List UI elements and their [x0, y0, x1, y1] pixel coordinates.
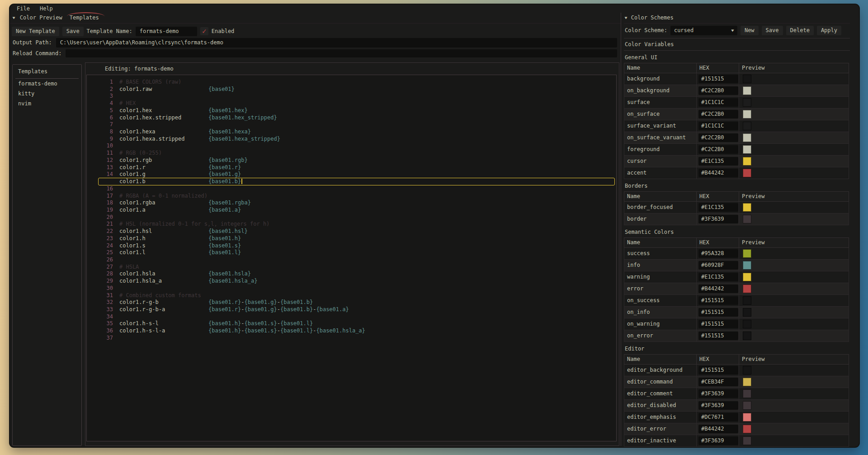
- editor-line[interactable]: 13color1.r{base01.r}: [87, 164, 616, 171]
- variable-row[interactable]: on_background#C2C2B0: [624, 85, 849, 97]
- color-swatch[interactable]: [743, 366, 751, 374]
- editor-line[interactable]: 3: [87, 93, 616, 100]
- variable-row[interactable]: background#151515: [624, 73, 849, 85]
- hex-input[interactable]: #CEB34F: [698, 378, 738, 386]
- variable-row[interactable]: error#B44242: [624, 283, 849, 295]
- variable-row[interactable]: on_surface_varuant#C2C2B0: [624, 132, 849, 144]
- color-swatch[interactable]: [743, 296, 751, 305]
- reload-command-input[interactable]: [66, 49, 617, 57]
- hex-input[interactable]: #B44242: [698, 425, 738, 433]
- editor-line[interactable]: 18color1.rgba{base01.rgba}: [87, 199, 616, 207]
- color-swatch[interactable]: [743, 122, 751, 130]
- variable-row[interactable]: surface#1C1C1C: [624, 97, 849, 109]
- editor-line[interactable]: 17# RGBA (A = 0-1 normalized): [87, 193, 616, 200]
- color-swatch[interactable]: [743, 98, 751, 107]
- editor-line[interactable]: 20: [87, 214, 616, 221]
- hex-input[interactable]: #151515: [698, 308, 738, 317]
- editor-line[interactable]: 22color1.hsl{base01.hsl}: [87, 228, 616, 235]
- variable-row[interactable]: accent#B44242: [624, 167, 849, 179]
- editor-line[interactable]: 33color1.r-g-b-a{base01.r}-{base01.g}-{b…: [87, 306, 616, 313]
- hex-input[interactable]: #C2C2B0: [698, 86, 738, 95]
- hex-input[interactable]: #95A328: [698, 249, 738, 258]
- hex-input[interactable]: #E1C135: [698, 157, 738, 166]
- color-swatch[interactable]: [743, 110, 751, 118]
- color-swatch[interactable]: [743, 389, 751, 398]
- scheme-dropdown[interactable]: cursed ▼: [670, 26, 737, 35]
- hex-input[interactable]: #151515: [698, 296, 738, 305]
- editor-line[interactable]: 10: [87, 142, 616, 150]
- variable-row[interactable]: border_focused#E1C135: [624, 202, 849, 213]
- variable-row[interactable]: info#60928F: [624, 260, 849, 271]
- variable-row[interactable]: on_surface#C2C2B0: [624, 109, 849, 120]
- variable-row[interactable]: editor_line_number#86596C: [624, 447, 849, 447]
- color-swatch[interactable]: [743, 332, 751, 340]
- editor-line[interactable]: 31# Combined custom formats: [87, 292, 616, 299]
- variable-row[interactable]: on_warning#151515: [624, 318, 849, 330]
- template-list-item[interactable]: formats-demo: [13, 79, 81, 89]
- editor-line[interactable]: 12color1.rgb{base01.rgb}: [87, 157, 616, 164]
- color-swatch[interactable]: [743, 284, 751, 293]
- template-editor[interactable]: 1# BASE COLORS (raw)2color1.raw{base01}3…: [86, 75, 617, 441]
- scheme-new-button[interactable]: New: [741, 26, 759, 35]
- color-swatch[interactable]: [743, 308, 751, 317]
- menu-file[interactable]: File: [13, 5, 34, 13]
- editor-line[interactable]: 37: [87, 335, 616, 342]
- editor-line[interactable]: 28color1.hsla{base01.hsla}: [87, 270, 616, 278]
- hex-input[interactable]: #3F3639: [698, 401, 738, 410]
- color-swatch[interactable]: [743, 203, 751, 212]
- editor-line[interactable]: 29color1.hsla_a{base01.hsla_a}: [87, 278, 616, 285]
- color-swatch[interactable]: [743, 75, 751, 83]
- color-swatch[interactable]: [743, 378, 751, 386]
- editor-line[interactable]: 35color1.h-s-l{base01.h}-{base01.s}-{bas…: [87, 320, 616, 327]
- hex-input[interactable]: #151515: [698, 332, 738, 340]
- color-swatch[interactable]: [743, 133, 751, 142]
- enabled-checkbox[interactable]: ✓: [200, 27, 208, 35]
- editor-line[interactable]: 32color1.r-g-b{base01.r}-{base01.g}-{bas…: [87, 299, 616, 306]
- hex-input[interactable]: #151515: [698, 75, 738, 83]
- editor-line[interactable]: 25color1.l{base01.l}: [87, 249, 616, 256]
- variable-row[interactable]: success#95A328: [624, 248, 849, 260]
- hex-input[interactable]: #B44242: [698, 169, 738, 177]
- editor-line[interactable]: 23color1.h{base01.h}: [87, 235, 616, 242]
- editor-line[interactable]: 5color1.hex{base01.hex}: [87, 107, 616, 114]
- color-swatch[interactable]: [743, 320, 751, 328]
- color-swatch[interactable]: [743, 261, 751, 270]
- editor-line[interactable]: 4# HEX: [87, 100, 616, 107]
- variable-row[interactable]: on_info#151515: [624, 307, 849, 318]
- scheme-apply-button[interactable]: Apply: [817, 26, 841, 35]
- collapse-triangle-icon[interactable]: ▼: [12, 14, 15, 21]
- hex-input[interactable]: #B44242: [698, 284, 738, 293]
- variable-row[interactable]: editor_background#151515: [624, 365, 849, 376]
- editor-line[interactable]: 30: [87, 285, 616, 292]
- editor-line[interactable]: 19color1.a{base01.a}: [87, 207, 616, 214]
- editor-line[interactable]: 34: [87, 313, 616, 321]
- editor-line[interactable]: 11# RGB (0-255): [87, 150, 616, 157]
- hex-input[interactable]: #151515: [698, 366, 738, 374]
- hex-input[interactable]: #3F3639: [698, 436, 738, 445]
- hex-input[interactable]: #3F3639: [698, 389, 738, 398]
- editor-line[interactable]: color1.b{base01.b}: [87, 178, 616, 185]
- editor-line[interactable]: 14color1.g{base01.g}: [87, 171, 616, 178]
- editor-line[interactable]: 2color1.raw{base01}: [87, 86, 616, 93]
- editor-line[interactable]: 16: [87, 185, 616, 193]
- editor-line[interactable]: 21# HSL (normalized 0-1 for s,l, integer…: [87, 221, 616, 228]
- tab-templates[interactable]: Templates: [67, 14, 101, 22]
- hex-input[interactable]: #1C1C1C: [698, 98, 738, 107]
- color-swatch[interactable]: [743, 425, 751, 433]
- variable-row[interactable]: on_error#151515: [624, 330, 849, 342]
- hex-input[interactable]: #E1C135: [698, 203, 738, 212]
- color-swatch[interactable]: [743, 436, 751, 445]
- editor-line[interactable]: 36color1.h-s-l-a{base01.h}-{base01.s}-{b…: [87, 327, 616, 335]
- variable-row[interactable]: editor_disabled#3F3639: [624, 400, 849, 412]
- hex-input[interactable]: #C2C2B0: [698, 133, 738, 142]
- template-list-item[interactable]: kitty: [13, 89, 81, 99]
- editor-line[interactable]: 24color1.s{base01.s}: [87, 242, 616, 250]
- variable-row[interactable]: on_success#151515: [624, 295, 849, 307]
- hex-input[interactable]: #C2C2B0: [698, 110, 738, 118]
- editor-line[interactable]: 1# BASE COLORS (raw): [87, 79, 616, 86]
- color-swatch[interactable]: [743, 145, 751, 154]
- save-template-button[interactable]: Save: [62, 27, 84, 36]
- color-swatch[interactable]: [743, 157, 751, 166]
- output-path-input[interactable]: C:\Users\user\AppData\Roaming\clrsync\fo…: [56, 38, 617, 47]
- hex-input[interactable]: #E1C135: [698, 273, 738, 281]
